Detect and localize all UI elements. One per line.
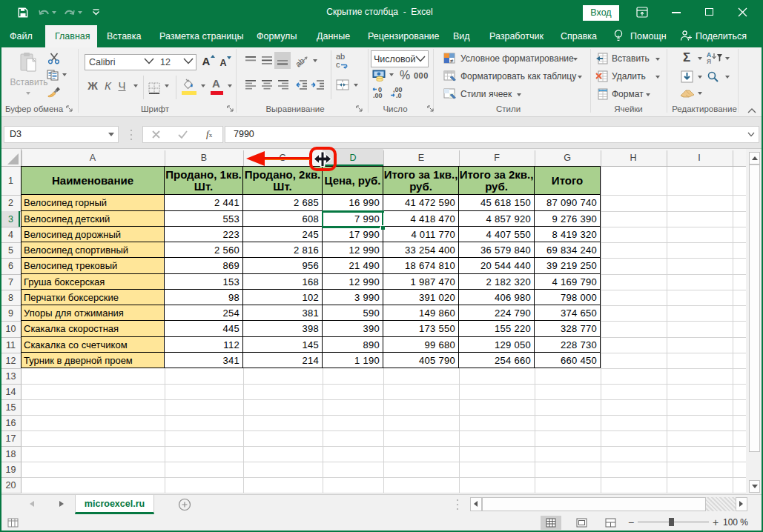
- svg-text:,00: ,00: [373, 92, 383, 99]
- svg-text:ab: ab: [295, 56, 306, 68]
- svg-text:Я: Я: [707, 58, 711, 64]
- svg-text:≠: ≠: [450, 58, 454, 64]
- svg-text:c: c: [336, 60, 340, 69]
- svg-text:,0: ,0: [396, 92, 402, 99]
